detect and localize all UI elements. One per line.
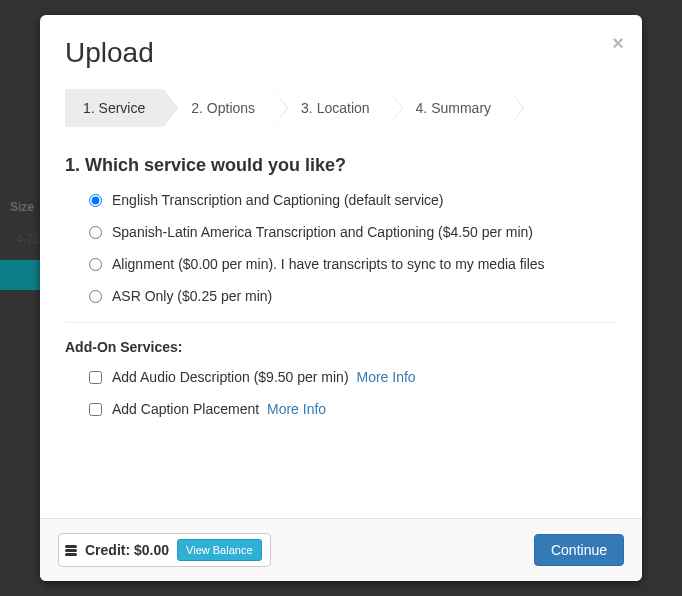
service-heading: 1. Which service would you like? — [65, 155, 617, 176]
separator — [65, 322, 617, 323]
service-option-alignment[interactable]: Alignment ($0.00 per min). I have transc… — [89, 256, 617, 272]
addon-caption-placement[interactable]: Add Caption Placement More Info — [89, 401, 617, 417]
step-location[interactable]: 3. Location — [273, 89, 388, 127]
addon-label: Add Caption Placement — [112, 401, 259, 417]
radio-spanish[interactable] — [89, 226, 102, 239]
modal-body: 1. Service 2. Options 3. Location 4. Sum… — [40, 79, 642, 518]
step-breadcrumb: 1. Service 2. Options 3. Location 4. Sum… — [65, 89, 617, 127]
more-info-audio-description[interactable]: More Info — [356, 369, 415, 385]
radio-asr[interactable] — [89, 290, 102, 303]
service-option-english[interactable]: English Transcription and Captioning (de… — [89, 192, 617, 208]
bg-column-header: Size — [10, 200, 34, 214]
bg-teal-strip — [0, 260, 40, 290]
radio-english[interactable] — [89, 194, 102, 207]
modal-title: Upload — [65, 37, 617, 69]
more-info-caption-placement[interactable]: More Info — [267, 401, 326, 417]
close-button[interactable]: × — [612, 33, 624, 53]
bg-size-value: 4.72 — [16, 232, 39, 246]
addon-audio-description[interactable]: Add Audio Description ($9.50 per min) Mo… — [89, 369, 617, 385]
service-label: English Transcription and Captioning (de… — [112, 192, 444, 208]
step-summary[interactable]: 4. Summary — [388, 89, 509, 127]
step-service[interactable]: 1. Service — [65, 89, 163, 127]
credit-box: Credit: $0.00 View Balance — [58, 533, 271, 567]
addon-options: Add Audio Description ($9.50 per min) Mo… — [65, 369, 617, 417]
step-options[interactable]: 2. Options — [163, 89, 273, 127]
service-options: English Transcription and Captioning (de… — [65, 192, 617, 304]
modal-footer: Credit: $0.00 View Balance Continue — [40, 518, 642, 581]
continue-button[interactable]: Continue — [534, 534, 624, 566]
service-label: Alignment ($0.00 per min). I have transc… — [112, 256, 545, 272]
checkbox-caption-placement[interactable] — [89, 403, 102, 416]
service-label: Spanish-Latin America Transcription and … — [112, 224, 533, 240]
modal-header: Upload × — [40, 15, 642, 79]
addon-label: Add Audio Description ($9.50 per min) — [112, 369, 349, 385]
service-option-asr[interactable]: ASR Only ($0.25 per min) — [89, 288, 617, 304]
upload-modal: Upload × 1. Service 2. Options 3. Locati… — [40, 15, 642, 581]
credit-label: Credit: $0.00 — [85, 542, 169, 558]
view-balance-button[interactable]: View Balance — [177, 539, 261, 561]
addons-heading: Add-On Services: — [65, 339, 617, 355]
radio-alignment[interactable] — [89, 258, 102, 271]
service-option-spanish[interactable]: Spanish-Latin America Transcription and … — [89, 224, 617, 240]
checkbox-audio-description[interactable] — [89, 371, 102, 384]
service-label: ASR Only ($0.25 per min) — [112, 288, 272, 304]
credit-icon — [65, 545, 77, 556]
